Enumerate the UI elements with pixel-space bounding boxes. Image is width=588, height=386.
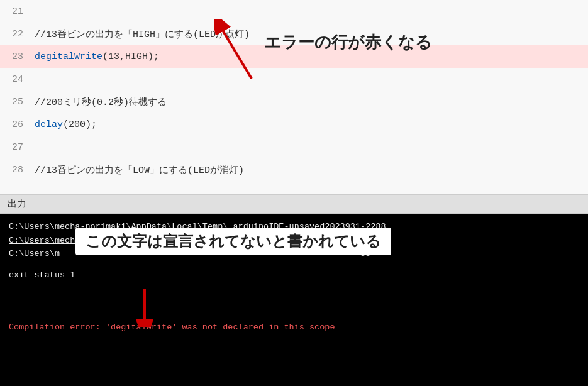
line-number-26: 26: [0, 119, 35, 130]
line-number-24: 24: [0, 74, 35, 85]
error-arrow-icon: [214, 19, 264, 82]
console-output: C:\Users\mecha-norimaki\AppData\Local\Te…: [0, 214, 588, 386]
line-number-25: 25: [0, 97, 35, 108]
console-annotation-text: この文字は宣言されてないと書かれている: [75, 228, 391, 255]
code-line-26: 26 delay(200);: [0, 113, 588, 136]
line-number-23: 23: [0, 52, 35, 62]
output-section-label: 出力: [0, 195, 588, 214]
line-content-25: //200ミリ秒(0.2秒)待機する: [35, 96, 588, 108]
exit-status-line: exit status 1: [9, 268, 579, 282]
line-number-28: 28: [0, 165, 35, 175]
code-line-28: 28 //13番ピンの出力を「LOW」にする(LEDが消灯): [0, 158, 588, 181]
line-number-22: 22: [0, 29, 35, 40]
svg-line-1: [223, 31, 252, 79]
line-content-28: //13番ピンの出力を「LOW」にする(LEDが消灯): [35, 164, 588, 176]
compilation-error-line: Compilation error: 'degitalWrite' was no…: [9, 321, 579, 334]
code-editor: 21 22 //13番ピンの出力を「HIGH」にする(LEDが点灯) 23 de…: [0, 0, 588, 195]
line-number-27: 27: [0, 142, 35, 153]
error-annotation-text: エラーの行が赤くなる: [264, 31, 432, 53]
output-label-text: 出力: [8, 198, 26, 210]
line-content-26: delay(200);: [35, 119, 588, 130]
code-line-21: 21: [0, 0, 588, 23]
console-arrow-icon: [126, 289, 164, 327]
code-line-27: 27: [0, 136, 588, 158]
code-line-24: 24: [0, 68, 588, 91]
code-lines: 21 22 //13番ピンの出力を「HIGH」にする(LEDが点灯) 23 de…: [0, 0, 588, 181]
line-number-21: 21: [0, 6, 35, 17]
code-line-25: 25 //200ミリ秒(0.2秒)待機する: [0, 91, 588, 113]
